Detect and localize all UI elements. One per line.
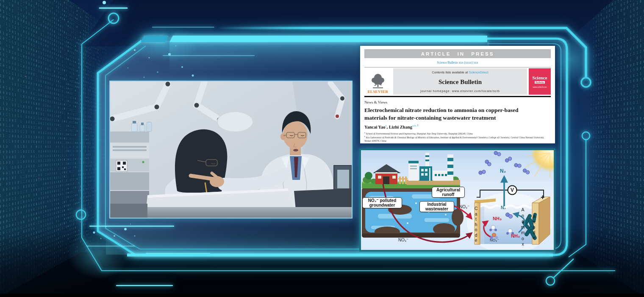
thick-rule: [364, 96, 551, 97]
contents-prefix: Contents lists available at: [432, 70, 469, 74]
homepage-line: journal homepage: www.elsevier.com/locat…: [420, 90, 500, 92]
divider: [364, 67, 551, 67]
promo-video-frame: 10011001 01010101001 1011010111 11000011…: [0, 0, 644, 297]
nh3-label: NH₃: [511, 233, 520, 238]
citation-line: Science Bulletin xxx (xxxx) xxx: [360, 61, 555, 64]
elsevier-tree-icon: [369, 73, 386, 90]
affiliations: a School of Environmental Science and En…: [364, 132, 551, 143]
science-bulletin-logo: Science Bulletin www.scibull.com: [529, 68, 551, 95]
anammox-label: Anammox: [520, 207, 525, 243]
elsevier-wordmark: ELSEVIER: [368, 90, 389, 94]
article-first-page: ARTICLE IN PRESS Science Bulletin xxx (x…: [360, 46, 555, 143]
anode-plus-sign: +: [541, 193, 544, 201]
author-2-affmark: a,b,⇑: [412, 124, 419, 127]
logo-url: www.scibull.com: [533, 86, 547, 88]
industrial-wastewater-label: Industrialwastewater: [419, 201, 454, 212]
n2-cell-label: N₂: [501, 205, 506, 210]
article-title-line2: materials for nitrate-containing wastewa…: [364, 114, 551, 122]
letterbox-bar: [0, 294, 644, 297]
cathode-minus-sign: −: [476, 193, 480, 201]
contents-line: Contents lists available at ScienceDirec…: [432, 70, 488, 74]
article-title: Electrochemical nitrate reduction to amm…: [364, 106, 551, 121]
circuit-node-icon: [582, 132, 590, 140]
lab-photo: [109, 81, 353, 219]
graphical-abstract: NO₃⁻ pollutedgroundwater Agriculturalrun…: [359, 148, 555, 252]
groundwater-label: NO₃⁻ pollutedgroundwater: [362, 197, 402, 208]
no3-arrow-label: NO₃⁻: [398, 238, 408, 242]
author-2: , Lizhi Zhang: [387, 125, 412, 129]
article-in-press-banner: ARTICLE IN PRESS: [364, 49, 551, 58]
author-1: Yancai Yao: [364, 125, 386, 129]
n2-label: N₂: [500, 168, 506, 174]
diagram-labels: NO₃⁻ pollutedgroundwater Agriculturalrun…: [361, 150, 554, 250]
circuit-node-icon: [581, 78, 591, 87]
nh3-label: NH₃: [493, 216, 502, 221]
sciencedirect-link: ScienceDirect: [469, 70, 488, 74]
elsevier-logo: ELSEVIER: [364, 68, 391, 95]
agricultural-runoff-label: Agriculturalrunoff: [432, 187, 465, 198]
lab-photo-illustration: [110, 81, 352, 218]
section-label: News & Views: [364, 100, 551, 104]
voltmeter-label: V: [508, 187, 516, 193]
authors-line: Yancai Yaoa, Lizhi Zhanga,b,⇑: [364, 124, 551, 129]
circuit-node-icon: [76, 210, 86, 219]
affiliation-2: b Key Laboratory of Pesticide & Chemical…: [364, 135, 551, 143]
journal-header: ELSEVIER Contents lists available at Sci…: [364, 68, 551, 95]
anode-label: Anode: [532, 210, 536, 244]
cathode-label: Cathode: [474, 206, 478, 244]
circuit-node-icon: [546, 277, 555, 285]
no3-arrow-label: NO₃⁻: [459, 205, 469, 209]
logo-word-science: Science: [533, 75, 547, 80]
article-title-line1: Electrochemical nitrate reduction to amm…: [364, 106, 551, 114]
journal-title: Science Bulletin: [439, 78, 482, 86]
circuit-node-icon: [108, 13, 119, 23]
journal-masthead: Contents lists available at ScienceDirec…: [393, 68, 527, 95]
affiliation-1: a School of Environmental Science and En…: [364, 132, 551, 135]
logo-word-bulletin: Bulletin: [535, 81, 545, 84]
no3-cell-label: NO₃⁻: [490, 238, 499, 242]
